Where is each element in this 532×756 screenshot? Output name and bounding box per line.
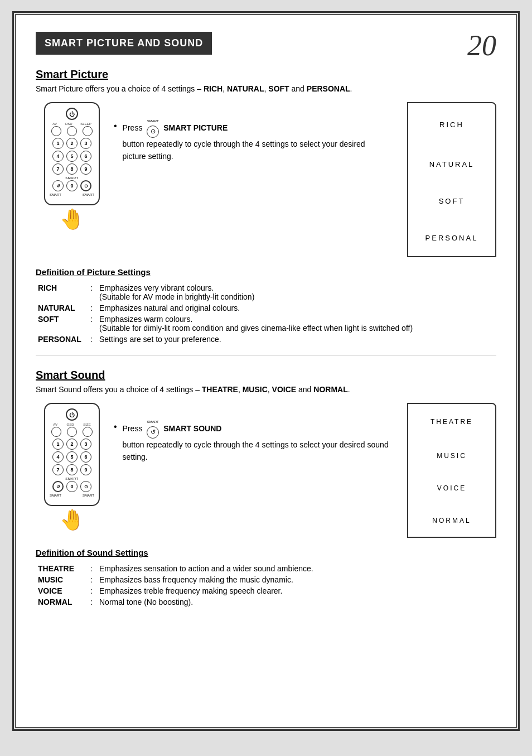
setting-soft: SOFT — [407, 182, 496, 220]
s-btn-4: 4 — [52, 451, 64, 463]
def-natural: NATURAL : Emphasizes natural and origina… — [36, 302, 496, 314]
remote-body-sound: ⏻ AVOSDSIZE 1 2 3 4 5 6 — [44, 403, 100, 506]
hand-illustration-picture: 🤚 — [36, 208, 108, 231]
desc-voice: Emphasizes treble frequency making speec… — [97, 585, 496, 596]
s-btn-5: 5 — [66, 451, 78, 463]
btn-9: 9 — [80, 163, 91, 175]
press-label: Press — [123, 123, 145, 132]
osd-button — [67, 126, 77, 136]
def-theatre: THEATRE : Emphasizes sensation to action… — [36, 563, 496, 574]
desc-natural: Emphasizes natural and original colours. — [97, 302, 496, 314]
setting-theatre: THEATRE — [407, 403, 496, 441]
sound-instruction: • Press SMART ↺ SMART SOUND button repea… — [114, 403, 390, 463]
term-normal: NORMAL — [36, 596, 86, 608]
smart-label-right: SMART — [83, 193, 94, 196]
smart-picture-btn: ⊙ — [80, 180, 91, 191]
s-btn-6: 6 — [80, 451, 91, 463]
av-button-sound — [51, 427, 61, 437]
def-soft: SOFT : Emphasizes warm colours.(Suitable… — [36, 314, 496, 334]
sound-def-table: THEATRE : Emphasizes sensation to action… — [36, 563, 496, 608]
btn-5: 5 — [66, 151, 78, 162]
hand-illustration-sound: 🤚 — [36, 508, 108, 532]
sound-definitions: Definition of Sound Settings THEATRE : E… — [36, 548, 496, 608]
picture-instruction-text: button repeatedly to cycle through the 4… — [123, 139, 365, 161]
page-header: Smart Picture and Sound — [36, 32, 212, 55]
remote-row-123-sound: 1 2 3 — [49, 439, 95, 450]
smart-picture-desc: Smart Picture offers you a choice of 4 s… — [36, 84, 496, 93]
s-btn-1: 1 — [52, 439, 64, 450]
remote-bottom-sound: ↺ 0 ⊙ — [49, 481, 95, 492]
remote-labels-top: AVOSDSLEEP — [49, 122, 95, 126]
remote-labels-top-sound: AVOSDSIZE — [49, 423, 95, 426]
btn-3: 3 — [80, 138, 91, 149]
btn-0: 0 — [66, 180, 78, 191]
av-button — [51, 126, 61, 136]
s-btn-0: 0 — [66, 481, 78, 492]
s-btn-3: 3 — [80, 439, 91, 450]
term-natural: NATURAL — [36, 302, 86, 314]
btn-6: 6 — [80, 151, 91, 162]
smart-picture-title: Smart Picture — [36, 68, 496, 81]
def-normal: NORMAL : Normal tone (No boosting). — [36, 596, 496, 608]
remote-oval-buttons — [49, 126, 95, 136]
button-name-picture: SMART PICTURE — [163, 123, 228, 132]
setting-rich: RICH — [407, 102, 496, 147]
btn-7: 7 — [52, 163, 64, 175]
smart-icon-label: SMART — [147, 119, 159, 124]
desc-soft: Emphasizes warm colours.(Suitable for di… — [97, 314, 496, 334]
term-personal: PERSONAL — [36, 334, 86, 345]
smart-label-right-sound: SMART — [83, 494, 94, 497]
term-music: MUSIC — [36, 574, 86, 585]
section-divider — [36, 355, 496, 355]
button-name-sound: SMART SOUND — [163, 424, 221, 433]
def-voice: VOICE : Emphasizes treble frequency maki… — [36, 585, 496, 596]
desc-music: Emphasizes bass frequency making the mus… — [97, 574, 496, 585]
desc-personal: Settings are set to your preference. — [97, 334, 496, 345]
btn-8: 8 — [66, 163, 78, 175]
press-label-sound: Press — [123, 424, 145, 433]
picture-demo-row: ⏻ AVOSDSLEEP 1 2 3 — [36, 102, 496, 256]
s-btn-8: 8 — [66, 464, 78, 475]
setting-normal: NORMAL — [407, 504, 496, 538]
osd-button-sound — [67, 427, 77, 437]
page-number: 20 — [467, 29, 496, 62]
s-btn-2: 2 — [66, 439, 78, 450]
term-theatre: THEATRE — [36, 563, 86, 574]
s-btn-9: 9 — [80, 464, 91, 475]
sound-instruction-text: button repeatedly to cycle through the 4… — [123, 440, 389, 461]
picture-def-table: RICH : Emphasizes very vibrant colours.(… — [36, 282, 496, 345]
smart-picture-btn-label: SMART — [49, 176, 95, 180]
smart-sound-btn: ↺ — [52, 481, 64, 492]
smart-sound-icon-btn: ⊙ — [80, 481, 91, 492]
remote-picture: ⏻ AVOSDSLEEP 1 2 3 — [36, 102, 108, 231]
remote-bottom: ↺ 0 ⊙ — [49, 180, 95, 191]
btn-4: 4 — [52, 151, 64, 162]
smart-sound-desc: Smart Sound offers you a choice of 4 set… — [36, 385, 496, 394]
picture-definitions: Definition of Picture Settings RICH : Em… — [36, 267, 496, 345]
desc-rich: Emphasizes very vibrant colours.(Suitabl… — [97, 282, 496, 302]
term-soft: SOFT — [36, 314, 86, 334]
def-personal: PERSONAL : Settings are set to your pref… — [36, 334, 496, 345]
btn-1: 1 — [52, 138, 64, 149]
remote-row-456-sound: 4 5 6 — [49, 451, 95, 463]
smart-sound-btn-label: SMART — [49, 477, 95, 480]
desc-theatre: Emphasizes sensation to action and a wid… — [97, 563, 496, 574]
setting-natural: NATURAL — [407, 146, 496, 184]
def-music: MUSIC : Emphasizes bass frequency making… — [36, 574, 496, 585]
def-rich: RICH : Emphasizes very vibrant colours.(… — [36, 282, 496, 302]
picture-def-title: Definition of Picture Settings — [36, 267, 496, 277]
remote-row-456: 4 5 6 — [49, 151, 95, 162]
smart-2-btn: ↺ — [52, 180, 64, 191]
smart-sound-title: Smart Sound — [36, 369, 496, 382]
remote-row-789-sound: 7 8 9 — [49, 464, 95, 475]
remote-row-789: 7 8 9 — [49, 163, 95, 175]
sound-settings-panel: THEATRE MUSIC VOICE NORMAL — [396, 403, 496, 537]
smart-label-left: SMART — [50, 193, 61, 196]
smart-label-left-sound: SMART — [50, 494, 61, 497]
remote-body-picture: ⏻ AVOSDSLEEP 1 2 3 — [44, 102, 100, 205]
smart-sound-icon: ↺ — [147, 426, 159, 439]
smart-picture-icon: ⊙ — [147, 126, 159, 138]
size-button-sound — [83, 427, 93, 437]
power-button-sound: ⏻ — [66, 408, 78, 421]
header-title: Smart Picture and Sound — [45, 37, 203, 49]
